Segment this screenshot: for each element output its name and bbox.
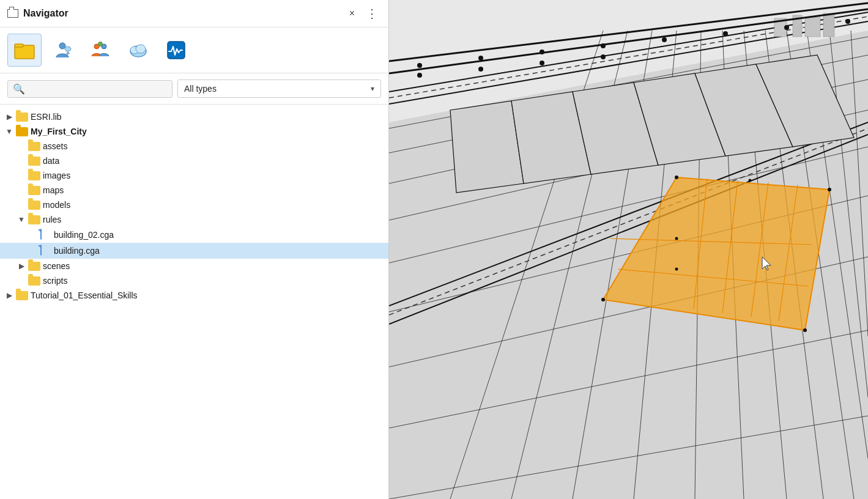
svg-point-62: [417, 63, 422, 68]
item-label: scripts: [43, 276, 67, 286]
cga-file-icon: [40, 245, 51, 256]
expand-arrow: ▶: [5, 113, 13, 121]
tree-item-models[interactable]: models: [0, 198, 388, 212]
toolbar-my-content[interactable]: [45, 34, 80, 67]
toolbar-living-atlas[interactable]: [121, 34, 155, 67]
search-input[interactable]: [29, 84, 167, 94]
folder-icon: [28, 201, 40, 210]
svg-point-3: [65, 46, 71, 51]
expand-arrow: ▼: [17, 215, 26, 224]
close-button[interactable]: ×: [346, 7, 358, 20]
item-label: Tutorial_01_Essential_Skills: [31, 290, 138, 300]
tree-item-scenes[interactable]: ▶ scenes: [0, 259, 388, 273]
folder-icon: [16, 291, 28, 300]
tree-item-rules[interactable]: ▼ rules: [0, 212, 388, 227]
tree-item-maps[interactable]: maps: [0, 183, 388, 198]
type-filter-dropdown[interactable]: All types ▾: [177, 79, 381, 98]
toolbar-local-files[interactable]: [7, 34, 42, 67]
3d-viewport[interactable]: [389, 0, 868, 499]
svg-rect-59: [823, 13, 834, 37]
item-label: maps: [43, 185, 64, 195]
expand-arrow: ▶: [5, 291, 13, 300]
item-label: assets: [43, 141, 67, 151]
viewport-panel[interactable]: [389, 0, 868, 499]
tree-item-images[interactable]: images: [0, 168, 388, 183]
svg-point-51: [803, 328, 807, 332]
filter-label: All types: [184, 84, 217, 94]
item-label: images: [43, 171, 70, 180]
svg-point-11: [136, 45, 146, 53]
item-label: rules: [43, 215, 61, 224]
item-label: ESRI.lib: [31, 112, 62, 122]
item-label: models: [43, 200, 70, 210]
svg-point-2: [59, 43, 65, 49]
svg-point-53: [675, 237, 678, 240]
item-label: data: [43, 156, 59, 166]
toolbar: [0, 28, 388, 73]
item-label: scenes: [43, 261, 70, 271]
svg-point-65: [601, 43, 606, 48]
tree-item-assets[interactable]: assets: [0, 139, 388, 153]
tree-item-esri-lib[interactable]: ▶ ESRI.lib: [0, 109, 388, 124]
panel-title: Navigator: [23, 8, 341, 19]
folder-icon: [28, 262, 40, 271]
search-bar: 🔍 All types ▾: [0, 73, 388, 105]
tree-item-scripts[interactable]: scripts: [0, 273, 388, 288]
tree-item-tutorial[interactable]: ▶ Tutorial_01_Essential_Skills: [0, 288, 388, 303]
svg-point-63: [478, 56, 483, 61]
svg-point-67: [723, 31, 728, 36]
svg-rect-1: [15, 44, 23, 47]
toolbar-groups[interactable]: [83, 34, 117, 67]
search-icon: 🔍: [13, 83, 25, 95]
expand-arrow: ▼: [5, 127, 13, 136]
tree-item-data[interactable]: data: [0, 153, 388, 168]
folder-icon: [28, 215, 40, 224]
item-label: building_02.cga: [54, 230, 114, 240]
svg-point-54: [675, 268, 678, 271]
item-label: building.cga: [54, 246, 100, 256]
tree-item-building-02-cga[interactable]: building_02.cga: [0, 227, 388, 243]
svg-rect-58: [805, 17, 820, 37]
folder-icon: [28, 186, 40, 195]
more-button[interactable]: ⋮: [363, 5, 381, 22]
svg-point-52: [601, 298, 605, 301]
svg-point-8: [98, 42, 103, 46]
cga-file-icon: [40, 229, 51, 240]
folder-icon: [16, 127, 28, 136]
tree-item-building-cga[interactable]: building.cga: [0, 243, 388, 259]
svg-point-69: [845, 19, 850, 24]
folder-icon: [16, 113, 28, 122]
folder-icon: [28, 276, 40, 286]
panel-header: Navigator × ⋮: [0, 0, 388, 28]
svg-point-72: [540, 61, 544, 65]
svg-marker-74: [450, 101, 524, 193]
toolbar-apps[interactable]: [159, 34, 193, 67]
svg-point-66: [662, 37, 667, 42]
svg-point-68: [784, 25, 789, 30]
svg-point-55: [749, 179, 752, 182]
svg-point-73: [601, 54, 606, 59]
window-icon: [7, 9, 18, 18]
item-label: My_First_City: [31, 127, 87, 136]
svg-point-64: [540, 50, 544, 54]
chevron-down-icon: ▾: [371, 84, 374, 93]
search-wrap[interactable]: 🔍: [7, 80, 172, 98]
svg-point-50: [828, 188, 831, 191]
svg-point-49: [675, 176, 678, 179]
file-tree: ▶ ESRI.lib ▼ My_First_City assets data i…: [0, 105, 388, 499]
expand-arrow: ▶: [17, 262, 26, 270]
folder-icon: [28, 171, 40, 180]
svg-point-70: [417, 73, 422, 78]
navigator-panel: Navigator × ⋮: [0, 0, 389, 499]
tree-item-my-first-city[interactable]: ▼ My_First_City: [0, 124, 388, 139]
folder-icon: [28, 142, 40, 151]
svg-point-71: [478, 67, 483, 72]
folder-icon: [28, 157, 40, 166]
